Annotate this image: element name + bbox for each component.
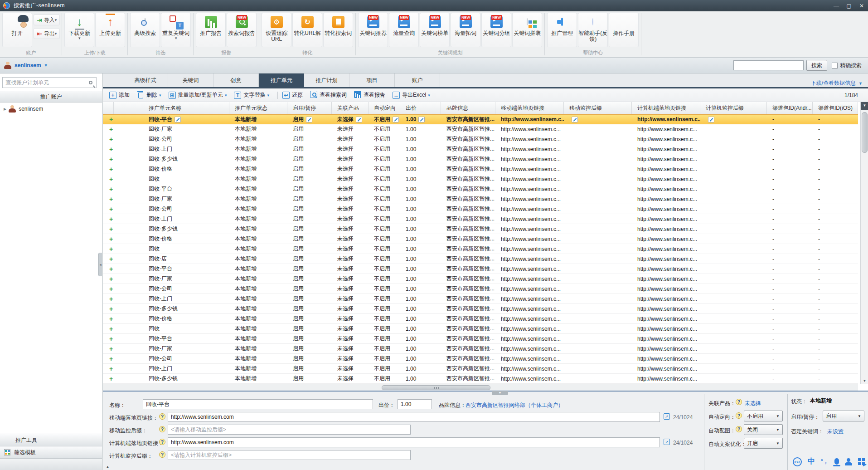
mobile-suffix-input[interactable]: <请输入移动监控后缀>	[168, 425, 411, 435]
restore-button[interactable]: ↩还原	[282, 91, 303, 99]
search-report-button[interactable]: NEW搜索词报告	[227, 13, 257, 47]
sidebar-tree-item-senlinsem[interactable]: ▶ senlinsem	[0, 103, 102, 114]
add-row-icon[interactable]: +	[109, 126, 113, 132]
table-row[interactable]: +回收本地新增启用未选择不启用1.00西安市高新区智推...http://www…	[103, 244, 858, 254]
add-row-icon[interactable]: +	[109, 306, 113, 312]
table-row[interactable]: +回收-平台本地新增启用未选择不启用1.00西安市高新区智推...http://…	[103, 114, 858, 124]
add-row-icon[interactable]: +	[109, 246, 113, 252]
brand-link[interactable]: 西安市高新区智推网络部（个体工商户）	[466, 401, 563, 409]
mobile-url-input[interactable]: http://www.senlinsem.com	[168, 412, 660, 422]
user-icon[interactable]	[845, 458, 852, 465]
view-report-button[interactable]: 查看报告	[354, 91, 385, 99]
help-icon[interactable]: ?	[736, 426, 742, 432]
add-row-icon[interactable]: +	[109, 336, 113, 342]
upload-update-button[interactable]: ↑上传更新	[95, 13, 125, 47]
table-row[interactable]: +回收-多少钱本地新增启用未选择不启用1.00西安市高新区智推...http:/…	[103, 154, 858, 164]
edit-icon[interactable]	[708, 117, 714, 122]
pc-suffix-input[interactable]: <请输入计算机监控后缀>	[168, 450, 411, 460]
table-row[interactable]: +回收-平台本地新增启用未选择不启用1.00西安市高新区智推...http://…	[103, 184, 858, 194]
keyword-group-button[interactable]: NEW关键词分组	[481, 13, 511, 47]
tab-账户[interactable]: 账户	[395, 73, 440, 87]
advanced-search-button[interactable]: 高级搜索	[130, 13, 160, 47]
vertical-scrollbar[interactable]: ▼ ▼	[860, 102, 868, 384]
keyword-assemble-button[interactable]: 关键词拼装	[512, 13, 542, 47]
table-row[interactable]: +回收-多少钱本地新增启用未选择不启用1.00西安市高新区智推...http:/…	[103, 374, 858, 384]
download-update-button[interactable]: ↓下载更新▾	[64, 13, 94, 47]
edit-icon[interactable]	[356, 117, 362, 122]
tree-expand-icon[interactable]: ▶	[4, 107, 6, 111]
horizontal-scroll-thumb[interactable]	[382, 385, 490, 390]
pause-select[interactable]: 启用▼	[823, 411, 864, 421]
help-icon[interactable]: ?	[159, 451, 165, 458]
table-row[interactable]: +回收-上门本地新增启用未选择不启用1.00西安市高新区智推...http://…	[103, 214, 858, 224]
table-row[interactable]: +回收-公司本地新增启用未选择不启用1.00西安市高新区智推...http://…	[103, 354, 858, 364]
targeting-select[interactable]: 不启用▼	[744, 411, 783, 421]
duplicate-keyword-button[interactable]: 重复关键词▾	[161, 13, 191, 47]
traffic-query-button[interactable]: NEW流量查询	[389, 13, 419, 47]
vertical-scroll-thumb[interactable]	[862, 112, 868, 153]
expand-icon[interactable]: ▶	[863, 461, 867, 467]
download-view-data-link[interactable]: 下载/查看数据信息▼	[811, 79, 863, 87]
help-icon[interactable]: ?	[736, 412, 742, 419]
table-row[interactable]: +回收-公司本地新增启用未选择不启用1.00西安市高新区智推...http://…	[103, 204, 858, 214]
edit-icon[interactable]	[418, 117, 425, 122]
account-dropdown-icon[interactable]: ▼	[44, 63, 48, 68]
scroll-down-icon[interactable]: ▼	[861, 379, 868, 383]
sidebar-search-input[interactable]: 查找账户计划单元	[2, 77, 97, 88]
table-row[interactable]: +回收-多少钱本地新增启用未选择不启用1.00西安市高新区智推...http:/…	[103, 224, 858, 234]
edit-icon[interactable]	[175, 117, 181, 122]
add-row-icon[interactable]: +	[109, 276, 113, 282]
tab-高级样式[interactable]: 高级样式	[123, 73, 168, 87]
add-row-icon[interactable]: +	[109, 206, 113, 212]
batch-add-button[interactable]: ⊞批量添加/更新单元▾	[169, 91, 227, 99]
maximize-button[interactable]: ▢	[843, 0, 855, 11]
open-link-icon[interactable]: ↗	[664, 413, 670, 420]
delete-button[interactable]: 删除▾	[137, 91, 161, 99]
table-row[interactable]: +回收-上门本地新增启用未选择不启用1.00西安市高新区智推...http://…	[103, 294, 858, 304]
punctuation-icon[interactable]: °，	[821, 458, 829, 465]
table-row[interactable]: +回收-厂家本地新增启用未选择不启用1.00西安市高新区智推...http://…	[103, 194, 858, 204]
add-row-icon[interactable]: +	[109, 136, 113, 142]
table-row[interactable]: +回收-价格本地新增启用未选择不启用1.00西安市高新区智推...http://…	[103, 164, 858, 174]
unit-name-input[interactable]: 回收-平台	[143, 399, 373, 409]
add-row-icon[interactable]: +	[109, 146, 113, 152]
table-row[interactable]: +回收-公司本地新增启用未选择不启用1.00西安市高新区智推...http://…	[103, 134, 858, 144]
add-row-icon[interactable]: +	[109, 326, 113, 332]
horizontal-scrollbar[interactable]	[103, 384, 858, 391]
edit-icon[interactable]	[393, 117, 399, 122]
ifly-logo-icon[interactable]: iFLY	[793, 457, 802, 466]
add-row-icon[interactable]: +	[109, 376, 113, 382]
autocopy-select[interactable]: 开启▼	[744, 438, 783, 449]
add-row-icon[interactable]: +	[109, 316, 113, 322]
edit-icon[interactable]	[306, 117, 312, 122]
tracking-url-button[interactable]: ⚙设置追踪URL	[262, 13, 291, 47]
table-row[interactable]: +回收-厂家本地新增启用未选择不启用1.00西安市高新区智推...http://…	[103, 344, 858, 354]
table-row[interactable]: +回收-价格本地新增启用未选择不启用1.00西安市高新区智推...http://…	[103, 234, 858, 244]
table-row[interactable]: +回收-厂家本地新增启用未选择不启用1.00西安市高新区智推...http://…	[103, 274, 858, 284]
add-row-icon[interactable]: +	[109, 346, 113, 352]
conversion-url-button[interactable]: ↻转化URL解	[292, 13, 322, 47]
manual-button[interactable]: 操作手册	[609, 13, 639, 47]
table-row[interactable]: +回收-平台本地新增启用未选择不启用1.00西安市高新区智推...http://…	[103, 334, 858, 344]
export-button[interactable]: ⇤导出 ▾	[34, 28, 60, 39]
add-row-icon[interactable]: +	[109, 156, 113, 162]
add-row-icon[interactable]: +	[109, 296, 113, 302]
open-link-icon[interactable]: ↗	[664, 439, 670, 445]
minimize-button[interactable]: —	[830, 0, 843, 11]
help-icon[interactable]: ?	[159, 413, 165, 420]
tab-项目[interactable]: 项目	[349, 73, 395, 87]
global-search-input[interactable]	[733, 60, 804, 70]
add-row-icon[interactable]: +	[109, 166, 113, 172]
table-row[interactable]: +回收-价格本地新增启用未选择不启用1.00西安市高新区智推...http://…	[103, 314, 858, 324]
sidebar-collapse-handle[interactable]: ◂	[98, 253, 102, 276]
negative-keywords-link[interactable]: 未设置	[827, 428, 844, 436]
add-row-icon[interactable]: +	[109, 366, 113, 372]
export-excel-button[interactable]: →导出Excel▾	[393, 91, 430, 99]
panel-collapse-button[interactable]: ▼	[492, 391, 508, 395]
bid-input[interactable]: 1.00	[398, 399, 432, 409]
keyword-suggest-button[interactable]: NEW关键词推荐	[358, 13, 388, 47]
import-button[interactable]: ⇥导入 ▾	[34, 15, 60, 25]
search-button[interactable]: 搜索	[806, 60, 827, 71]
tab-推广计划[interactable]: 推广计划	[304, 73, 349, 87]
mass-expand-button[interactable]: NEW海量拓词	[451, 13, 480, 47]
